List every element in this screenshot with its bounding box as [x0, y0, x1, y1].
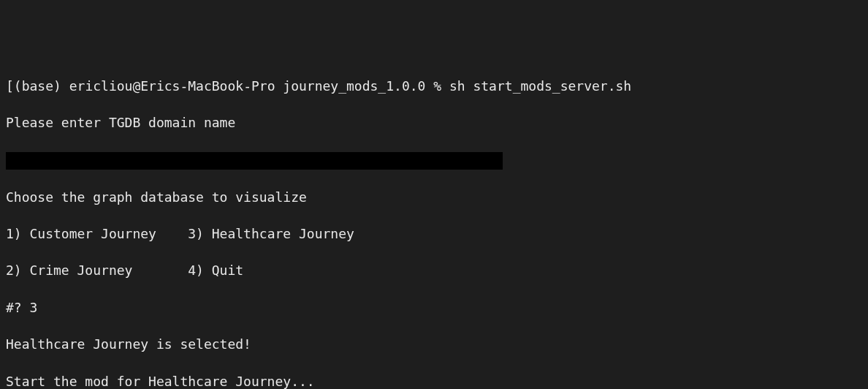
bracket: [: [6, 78, 14, 94]
options-row-2: 2) Crime Journey 4) Quit: [6, 261, 862, 279]
prompt-line: [(base) ericliou@Erics-MacBook-Pro journ…: [6, 77, 862, 95]
options-row-1: 1) Customer Journey 3) Healthcare Journe…: [6, 224, 862, 243]
cwd: journey_mods_1.0.0: [283, 78, 425, 94]
option-2: 2) Crime Journey: [6, 263, 132, 278]
prompt-symbol: %: [433, 78, 441, 94]
option-3: 3) Healthcare Journey: [188, 226, 354, 241]
command-text: sh start_mods_server.sh: [449, 78, 631, 94]
redacted-line: [6, 151, 862, 170]
conda-env: (base): [14, 78, 61, 94]
input-choice-line: #? 3: [6, 298, 862, 317]
output-enter-domain: Please enter TGDB domain name: [6, 113, 862, 132]
output-start-mod: Start the mod for Healthcare Journey...: [6, 372, 862, 389]
input-prompt: #?: [6, 300, 30, 315]
option-1: 1) Customer Journey: [6, 226, 156, 241]
output-selected: Healthcare Journey is selected!: [6, 335, 862, 353]
output-choose-db: Choose the graph database to visualize: [6, 188, 862, 206]
redacted-block: [6, 152, 503, 170]
option-4: 4) Quit: [188, 263, 243, 278]
user-host: ericliou@Erics-MacBook-Pro: [69, 78, 275, 94]
input-answer: 3: [30, 300, 38, 315]
